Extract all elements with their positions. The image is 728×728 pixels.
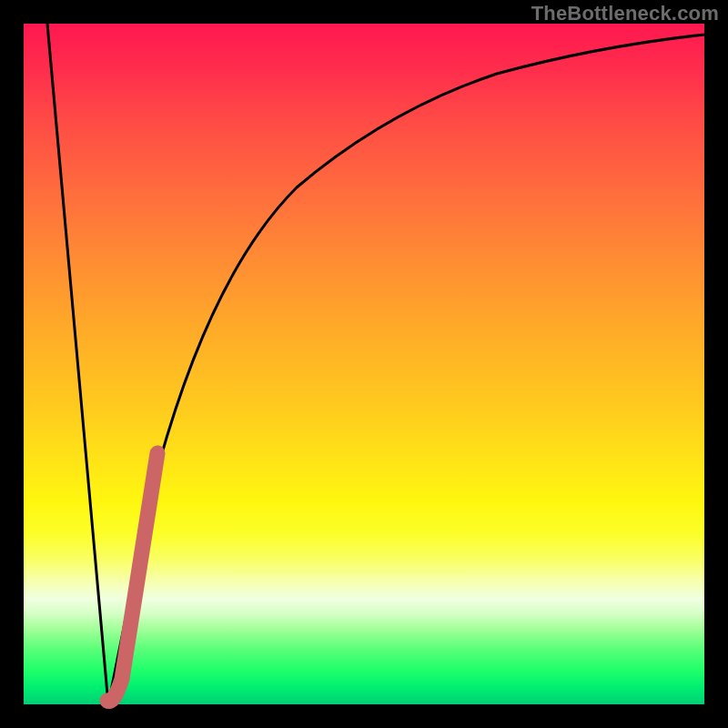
curve-layer <box>24 24 704 704</box>
watermark-text: TheBottleneck.com <box>531 2 719 25</box>
bottleneck-black-curve <box>47 24 704 704</box>
chart-frame: TheBottleneck.com <box>0 0 728 728</box>
plot-area <box>24 24 704 704</box>
bottleneck-pink-overlay <box>107 453 157 702</box>
